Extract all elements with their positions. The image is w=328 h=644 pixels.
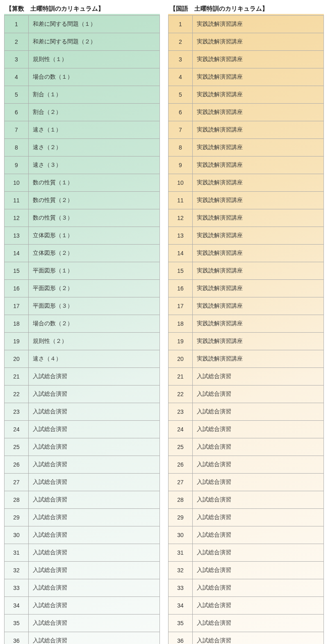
row-title: 実践読解演習講座 <box>193 104 324 121</box>
row-title: 速さ（１） <box>29 121 160 139</box>
row-number: 31 <box>169 544 193 562</box>
row-title: 立体図形（２） <box>29 245 160 262</box>
row-number: 17 <box>169 297 193 315</box>
table-row: 14実践読解演習講座 <box>169 245 324 262</box>
row-title: 入試総合演習 <box>193 579 324 597</box>
row-title: 実践読解演習講座 <box>193 192 324 209</box>
row-number: 7 <box>5 121 29 139</box>
row-title: 入試総合演習 <box>29 579 160 597</box>
row-number: 10 <box>5 174 29 192</box>
table-row: 19実践読解演習講座 <box>169 333 324 350</box>
row-title: 入試総合演習 <box>29 474 160 491</box>
table-row: 15実践読解演習講座 <box>169 262 324 280</box>
row-title: 入試総合演習 <box>29 615 160 632</box>
table-row: 31入試総合演習 <box>169 544 324 562</box>
table-row: 33入試総合演習 <box>5 579 160 597</box>
japanese-table: 1実践読解演習講座2実践読解演習講座3実践読解演習講座4実践読解演習講座5実践読… <box>168 15 324 644</box>
table-row: 21入試総合演習 <box>169 368 324 385</box>
row-title: 平面図形（２） <box>29 280 160 297</box>
row-title: 入試総合演習 <box>193 385 324 403</box>
table-row: 19規則性（２） <box>5 333 160 350</box>
row-number: 11 <box>169 192 193 209</box>
row-number: 13 <box>5 227 29 245</box>
table-row: 13実践読解演習講座 <box>169 227 324 245</box>
table-row: 32入試総合演習 <box>169 562 324 579</box>
row-number: 4 <box>5 68 29 86</box>
row-number: 34 <box>169 597 193 615</box>
row-number: 5 <box>5 86 29 104</box>
row-title: 規則性（２） <box>29 333 160 350</box>
table-row: 21入試総合演習 <box>5 368 160 385</box>
table-row: 22入試総合演習 <box>5 385 160 403</box>
row-title: 割合（１） <box>29 86 160 104</box>
row-title: 入試総合演習 <box>193 403 324 421</box>
row-number: 8 <box>169 139 193 156</box>
row-number: 4 <box>169 68 193 86</box>
row-title: 数の性質（１） <box>29 174 160 192</box>
row-number: 14 <box>169 245 193 262</box>
table-row: 4実践読解演習講座 <box>169 68 324 86</box>
table-row: 10数の性質（１） <box>5 174 160 192</box>
table-row: 9実践読解演習講座 <box>169 156 324 174</box>
row-title: 入試総合演習 <box>193 456 324 474</box>
table-row: 13立体図形（１） <box>5 227 160 245</box>
table-row: 15平面図形（１） <box>5 262 160 280</box>
table-row: 36入試総合演習 <box>5 632 160 644</box>
row-title: 実践読解演習講座 <box>193 227 324 245</box>
table-row: 11数の性質（２） <box>5 192 160 209</box>
row-title: 入試総合演習 <box>29 509 160 526</box>
row-title: 入試総合演習 <box>193 509 324 526</box>
table-row: 5割合（１） <box>5 86 160 104</box>
table-row: 3規則性（１） <box>5 51 160 68</box>
row-number: 25 <box>169 438 193 456</box>
row-title: 入試総合演習 <box>193 562 324 579</box>
table-row: 2実践読解演習講座 <box>169 33 324 51</box>
row-number: 12 <box>5 209 29 227</box>
row-title: 入試総合演習 <box>193 474 324 491</box>
row-number: 15 <box>5 262 29 280</box>
row-title: 入試総合演習 <box>193 368 324 385</box>
row-title: 入試総合演習 <box>29 456 160 474</box>
table-row: 34入試総合演習 <box>169 597 324 615</box>
math-heading: 【算数 土曜特訓のカリキュラム】 <box>4 4 160 15</box>
row-number: 2 <box>5 33 29 51</box>
row-title: 入試総合演習 <box>29 403 160 421</box>
row-title: 実践読解演習講座 <box>193 121 324 139</box>
table-row: 35入試総合演習 <box>5 615 160 632</box>
row-number: 11 <box>5 192 29 209</box>
table-row: 23入試総合演習 <box>5 403 160 421</box>
table-row: 25入試総合演習 <box>5 438 160 456</box>
row-title: 実践読解演習講座 <box>193 139 324 156</box>
table-row: 8速さ（２） <box>5 139 160 156</box>
row-number: 27 <box>169 474 193 491</box>
row-number: 9 <box>169 156 193 174</box>
row-number: 28 <box>5 491 29 509</box>
row-title: 実践読解演習講座 <box>193 262 324 280</box>
table-row: 29入試総合演習 <box>169 509 324 526</box>
row-number: 16 <box>5 280 29 297</box>
row-number: 1 <box>5 16 29 33</box>
row-number: 20 <box>169 350 193 368</box>
table-row: 1和差に関する問題（１） <box>5 16 160 33</box>
table-row: 16実践読解演習講座 <box>169 280 324 297</box>
row-number: 35 <box>5 615 29 632</box>
row-number: 24 <box>169 421 193 438</box>
row-title: 入試総合演習 <box>193 421 324 438</box>
curriculum-tables: 【算数 土曜特訓のカリキュラム】 1和差に関する問題（１）2和差に関する問題（２… <box>4 4 324 644</box>
table-row: 4場合の数（１） <box>5 68 160 86</box>
row-title: 入試総合演習 <box>193 526 324 544</box>
row-number: 23 <box>169 403 193 421</box>
row-title: 速さ（２） <box>29 139 160 156</box>
row-number: 2 <box>169 33 193 51</box>
row-title: 入試総合演習 <box>29 491 160 509</box>
table-row: 36入試総合演習 <box>169 632 324 644</box>
table-row: 35入試総合演習 <box>169 615 324 632</box>
row-title: 立体図形（１） <box>29 227 160 245</box>
table-row: 23入試総合演習 <box>169 403 324 421</box>
row-number: 36 <box>169 632 193 644</box>
row-title: 数の性質（２） <box>29 192 160 209</box>
table-row: 11実践読解演習講座 <box>169 192 324 209</box>
table-row: 3実践読解演習講座 <box>169 51 324 68</box>
row-number: 19 <box>169 333 193 350</box>
table-row: 26入試総合演習 <box>169 456 324 474</box>
